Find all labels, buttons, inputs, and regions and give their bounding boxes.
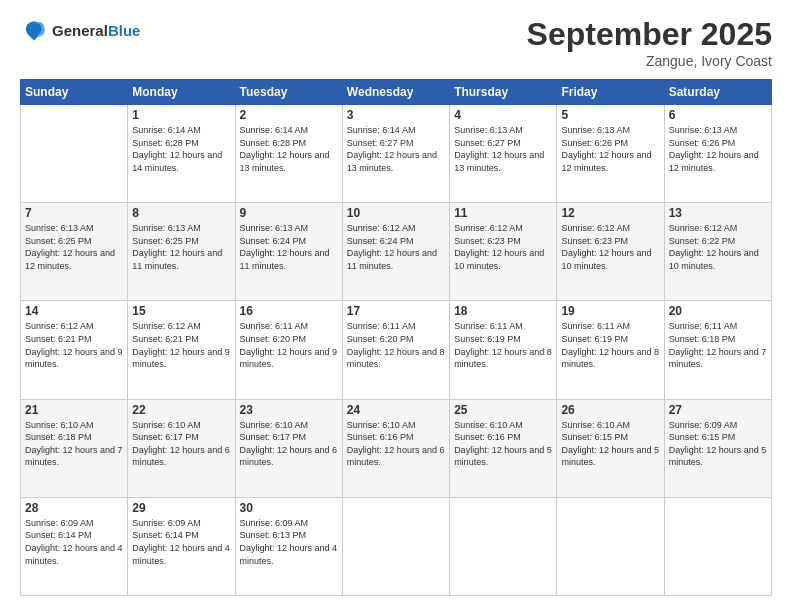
day-number: 19 <box>561 304 659 318</box>
cell-info: Sunrise: 6:12 AMSunset: 6:23 PMDaylight:… <box>454 222 552 272</box>
day-number: 2 <box>240 108 338 122</box>
table-row: 17 Sunrise: 6:11 AMSunset: 6:20 PMDaylig… <box>342 301 449 399</box>
location: Zangue, Ivory Coast <box>527 53 772 69</box>
day-number: 17 <box>347 304 445 318</box>
cell-info: Sunrise: 6:12 AMSunset: 6:23 PMDaylight:… <box>561 222 659 272</box>
day-number: 18 <box>454 304 552 318</box>
table-row: 26 Sunrise: 6:10 AMSunset: 6:15 PMDaylig… <box>557 399 664 497</box>
calendar-week-row: 28 Sunrise: 6:09 AMSunset: 6:14 PMDaylig… <box>21 497 772 595</box>
logo: GeneralBlue <box>20 16 140 44</box>
day-number: 20 <box>669 304 767 318</box>
table-row <box>450 497 557 595</box>
cell-info: Sunrise: 6:09 AMSunset: 6:13 PMDaylight:… <box>240 517 338 567</box>
calendar-week-row: 14 Sunrise: 6:12 AMSunset: 6:21 PMDaylig… <box>21 301 772 399</box>
cell-info: Sunrise: 6:11 AMSunset: 6:19 PMDaylight:… <box>561 320 659 370</box>
cell-info: Sunrise: 6:12 AMSunset: 6:21 PMDaylight:… <box>132 320 230 370</box>
table-row: 20 Sunrise: 6:11 AMSunset: 6:18 PMDaylig… <box>664 301 771 399</box>
day-number: 11 <box>454 206 552 220</box>
title-block: September 2025 Zangue, Ivory Coast <box>527 16 772 69</box>
day-number: 14 <box>25 304 123 318</box>
cell-info: Sunrise: 6:12 AMSunset: 6:24 PMDaylight:… <box>347 222 445 272</box>
calendar-header-row: Sunday Monday Tuesday Wednesday Thursday… <box>21 80 772 105</box>
table-row: 2 Sunrise: 6:14 AMSunset: 6:28 PMDayligh… <box>235 105 342 203</box>
header-sunday: Sunday <box>21 80 128 105</box>
cell-info: Sunrise: 6:10 AMSunset: 6:17 PMDaylight:… <box>240 419 338 469</box>
table-row: 5 Sunrise: 6:13 AMSunset: 6:26 PMDayligh… <box>557 105 664 203</box>
page: GeneralBlue September 2025 Zangue, Ivory… <box>0 0 792 612</box>
cell-info: Sunrise: 6:10 AMSunset: 6:15 PMDaylight:… <box>561 419 659 469</box>
month-title: September 2025 <box>527 16 772 53</box>
day-number: 8 <box>132 206 230 220</box>
table-row: 13 Sunrise: 6:12 AMSunset: 6:22 PMDaylig… <box>664 203 771 301</box>
cell-info: Sunrise: 6:13 AMSunset: 6:25 PMDaylight:… <box>132 222 230 272</box>
header-wednesday: Wednesday <box>342 80 449 105</box>
day-number: 16 <box>240 304 338 318</box>
cell-info: Sunrise: 6:12 AMSunset: 6:22 PMDaylight:… <box>669 222 767 272</box>
day-number: 10 <box>347 206 445 220</box>
cell-info: Sunrise: 6:09 AMSunset: 6:14 PMDaylight:… <box>25 517 123 567</box>
table-row: 19 Sunrise: 6:11 AMSunset: 6:19 PMDaylig… <box>557 301 664 399</box>
table-row: 16 Sunrise: 6:11 AMSunset: 6:20 PMDaylig… <box>235 301 342 399</box>
header: GeneralBlue September 2025 Zangue, Ivory… <box>20 16 772 69</box>
table-row: 11 Sunrise: 6:12 AMSunset: 6:23 PMDaylig… <box>450 203 557 301</box>
table-row: 12 Sunrise: 6:12 AMSunset: 6:23 PMDaylig… <box>557 203 664 301</box>
table-row: 7 Sunrise: 6:13 AMSunset: 6:25 PMDayligh… <box>21 203 128 301</box>
logo-text: GeneralBlue <box>52 22 140 39</box>
table-row: 18 Sunrise: 6:11 AMSunset: 6:19 PMDaylig… <box>450 301 557 399</box>
table-row: 14 Sunrise: 6:12 AMSunset: 6:21 PMDaylig… <box>21 301 128 399</box>
day-number: 23 <box>240 403 338 417</box>
day-number: 24 <box>347 403 445 417</box>
table-row: 30 Sunrise: 6:09 AMSunset: 6:13 PMDaylig… <box>235 497 342 595</box>
day-number: 25 <box>454 403 552 417</box>
day-number: 6 <box>669 108 767 122</box>
header-thursday: Thursday <box>450 80 557 105</box>
table-row: 8 Sunrise: 6:13 AMSunset: 6:25 PMDayligh… <box>128 203 235 301</box>
table-row: 23 Sunrise: 6:10 AMSunset: 6:17 PMDaylig… <box>235 399 342 497</box>
table-row: 6 Sunrise: 6:13 AMSunset: 6:26 PMDayligh… <box>664 105 771 203</box>
table-row: 28 Sunrise: 6:09 AMSunset: 6:14 PMDaylig… <box>21 497 128 595</box>
table-row: 3 Sunrise: 6:14 AMSunset: 6:27 PMDayligh… <box>342 105 449 203</box>
day-number: 1 <box>132 108 230 122</box>
table-row: 9 Sunrise: 6:13 AMSunset: 6:24 PMDayligh… <box>235 203 342 301</box>
cell-info: Sunrise: 6:13 AMSunset: 6:25 PMDaylight:… <box>25 222 123 272</box>
logo-icon <box>20 16 48 44</box>
day-number: 21 <box>25 403 123 417</box>
day-number: 7 <box>25 206 123 220</box>
cell-info: Sunrise: 6:10 AMSunset: 6:16 PMDaylight:… <box>454 419 552 469</box>
day-number: 12 <box>561 206 659 220</box>
cell-info: Sunrise: 6:09 AMSunset: 6:14 PMDaylight:… <box>132 517 230 567</box>
cell-info: Sunrise: 6:14 AMSunset: 6:28 PMDaylight:… <box>240 124 338 174</box>
header-monday: Monday <box>128 80 235 105</box>
cell-info: Sunrise: 6:11 AMSunset: 6:20 PMDaylight:… <box>240 320 338 370</box>
table-row <box>342 497 449 595</box>
day-number: 30 <box>240 501 338 515</box>
header-tuesday: Tuesday <box>235 80 342 105</box>
day-number: 29 <box>132 501 230 515</box>
day-number: 28 <box>25 501 123 515</box>
cell-info: Sunrise: 6:10 AMSunset: 6:17 PMDaylight:… <box>132 419 230 469</box>
cell-info: Sunrise: 6:10 AMSunset: 6:18 PMDaylight:… <box>25 419 123 469</box>
cell-info: Sunrise: 6:14 AMSunset: 6:28 PMDaylight:… <box>132 124 230 174</box>
table-row: 10 Sunrise: 6:12 AMSunset: 6:24 PMDaylig… <box>342 203 449 301</box>
day-number: 27 <box>669 403 767 417</box>
cell-info: Sunrise: 6:13 AMSunset: 6:27 PMDaylight:… <box>454 124 552 174</box>
cell-info: Sunrise: 6:12 AMSunset: 6:21 PMDaylight:… <box>25 320 123 370</box>
cell-info: Sunrise: 6:13 AMSunset: 6:24 PMDaylight:… <box>240 222 338 272</box>
calendar-week-row: 7 Sunrise: 6:13 AMSunset: 6:25 PMDayligh… <box>21 203 772 301</box>
table-row <box>21 105 128 203</box>
calendar-week-row: 1 Sunrise: 6:14 AMSunset: 6:28 PMDayligh… <box>21 105 772 203</box>
cell-info: Sunrise: 6:09 AMSunset: 6:15 PMDaylight:… <box>669 419 767 469</box>
table-row: 1 Sunrise: 6:14 AMSunset: 6:28 PMDayligh… <box>128 105 235 203</box>
day-number: 5 <box>561 108 659 122</box>
table-row: 27 Sunrise: 6:09 AMSunset: 6:15 PMDaylig… <box>664 399 771 497</box>
day-number: 13 <box>669 206 767 220</box>
table-row: 15 Sunrise: 6:12 AMSunset: 6:21 PMDaylig… <box>128 301 235 399</box>
header-saturday: Saturday <box>664 80 771 105</box>
cell-info: Sunrise: 6:11 AMSunset: 6:19 PMDaylight:… <box>454 320 552 370</box>
table-row: 22 Sunrise: 6:10 AMSunset: 6:17 PMDaylig… <box>128 399 235 497</box>
day-number: 4 <box>454 108 552 122</box>
day-number: 22 <box>132 403 230 417</box>
table-row <box>557 497 664 595</box>
day-number: 15 <box>132 304 230 318</box>
cell-info: Sunrise: 6:11 AMSunset: 6:18 PMDaylight:… <box>669 320 767 370</box>
